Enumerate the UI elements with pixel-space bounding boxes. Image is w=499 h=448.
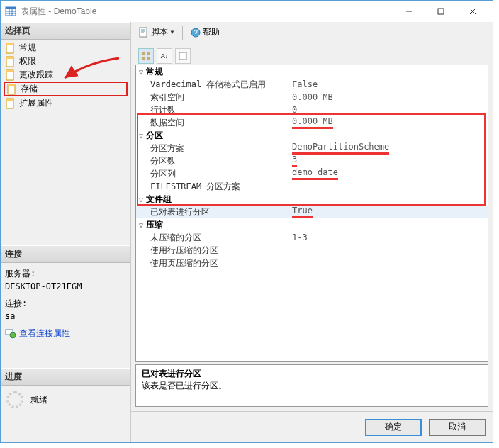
desc-title: 已对表进行分区 [142,368,482,380]
grid-toolbar: A↓ [135,47,488,65]
connection-icon [5,327,16,339]
prop-is-partitioned[interactable]: 已对表进行分区True [136,206,488,218]
property-pages-button[interactable] [175,48,191,64]
prop-row-compress[interactable]: 使用行压缩的分区 [136,244,488,257]
description-panel: 已对表进行分区 该表是否已进行分区。 [135,364,488,407]
server-label: 服务器: [5,267,126,280]
connection-info: 服务器: DESKTOP-OT21EGM 连接: sa 查看连接属性 [1,263,130,347]
table-icon [5,6,16,17]
select-page-header: 选择页 [1,22,130,40]
spinner-icon [6,391,23,408]
help-icon: ? [190,27,201,38]
svg-rect-11 [6,43,13,45]
property-grid[interactable]: ▽常规 Vardecimal 存储格式已启用False 索引空间0.000 MB… [135,65,488,362]
view-connection-link[interactable]: 查看连接属性 [5,327,70,340]
prop-uncompressed[interactable]: 未压缩的分区1-3 [136,231,488,244]
prop-partition-column[interactable]: 分区列demo_date [136,167,488,180]
nav-permission[interactable]: 权限 [4,55,128,68]
svg-rect-7 [438,9,444,14]
status-text: 就绪 [30,394,47,406]
window-title: 表属性 - DemoTable [21,6,393,18]
page-icon [5,98,16,109]
svg-rect-17 [8,84,15,86]
category-general[interactable]: ▽常规 [136,65,488,78]
category-compress[interactable]: ▽压缩 [136,218,488,231]
alphabetical-button[interactable]: A↓ [157,48,172,64]
help-button[interactable]: ? 帮助 [187,25,223,40]
svg-rect-15 [6,70,13,72]
server-value: DESKTOP-OT21EGM [5,280,126,293]
svg-rect-19 [6,99,13,101]
page-icon [5,43,16,54]
chevron-down-icon: ▼ [169,29,175,35]
prop-filestream-scheme[interactable]: FILESTREAM 分区方案 [136,180,488,193]
svg-rect-28 [147,57,150,60]
svg-rect-29 [179,52,186,60]
toolbar: 脚本 ▼ ? 帮助 [131,22,493,43]
nav-storage[interactable]: 存储 [4,82,128,96]
svg-rect-1 [6,7,16,9]
footer: 确定 取消 [131,411,493,442]
script-icon [138,27,150,38]
svg-rect-27 [142,57,145,60]
cancel-button[interactable]: 取消 [429,419,486,436]
connection-header: 连接 [1,245,130,263]
nav-general[interactable]: 常规 [4,41,128,55]
svg-rect-13 [6,57,13,59]
ok-button[interactable]: 确定 [365,419,422,436]
page-icon [5,56,16,67]
prop-data-space[interactable]: 数据空间0.000 MB [136,116,488,129]
progress-header: 进度 [1,368,130,386]
close-button[interactable] [456,1,488,21]
nav-change-tracking[interactable]: 更改跟踪 [4,68,128,82]
svg-text:?: ? [194,29,198,37]
nav-extended[interactable]: 扩展属性 [4,96,128,110]
script-button[interactable]: 脚本 ▼ [135,25,178,40]
prop-page-compress[interactable]: 使用页压缩的分区 [136,257,488,269]
svg-rect-26 [147,52,150,55]
category-filegroup[interactable]: ▽文件组 [136,193,488,206]
prop-index-space[interactable]: 索引空间0.000 MB [136,91,488,103]
prop-partition-count[interactable]: 分区数3 [136,155,488,167]
page-icon [5,69,16,81]
prop-row-count[interactable]: 行计数0 [136,103,488,116]
progress-panel: 就绪 [1,386,130,414]
category-partition[interactable]: ▽分区 [136,129,488,142]
conn-label: 连接: [5,297,126,310]
titlebar: 表属性 - DemoTable [1,1,493,22]
svg-point-21 [10,332,16,338]
conn-value: sa [5,310,126,323]
page-icon [6,84,18,95]
prop-partition-scheme[interactable]: 分区方案DemoPartitionScheme [136,142,488,155]
maximize-button[interactable] [425,1,456,21]
minimize-button[interactable] [393,1,425,21]
nav-list: 常规 权限 更改跟踪 存储 扩展属性 [1,40,130,111]
desc-body: 该表是否已进行分区。 [142,380,482,392]
svg-rect-25 [142,52,145,55]
categorized-button[interactable] [138,48,154,64]
prop-vardecimal[interactable]: Vardecimal 存储格式已启用False [136,78,488,91]
